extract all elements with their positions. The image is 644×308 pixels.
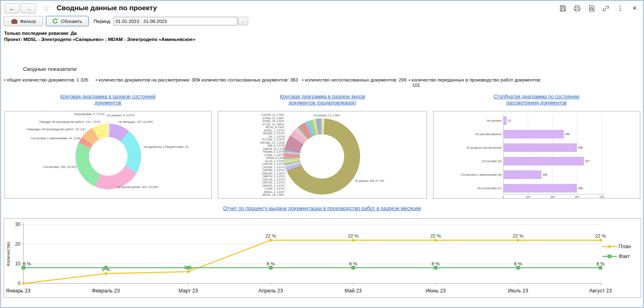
label-leader bbox=[75, 168, 78, 169]
pie-slice-label: TLMTIN, 10, 0,75% bbox=[261, 113, 284, 116]
back-button[interactable]: ← bbox=[5, 3, 20, 14]
print-preview-icon[interactable] bbox=[587, 4, 596, 12]
stat-not-approved: количество несогласованных документов: 2… bbox=[302, 77, 406, 83]
data-point bbox=[187, 270, 190, 274]
pie-slice-label: CNOSIN, 1, 0,07% bbox=[262, 166, 284, 169]
link-icon[interactable] bbox=[602, 4, 610, 12]
pie-slice-label: PLTCEN, 3, 0,22% bbox=[262, 138, 284, 141]
point-label: 8 % bbox=[349, 261, 357, 266]
pie-slice-label: SGPAL, 1, 0,07% bbox=[264, 129, 284, 132]
bar bbox=[504, 130, 564, 138]
pie-slice-label: CMFOIN, 1, 0,07% bbox=[262, 181, 284, 184]
legend-label: План bbox=[619, 244, 631, 249]
period-picker-button[interactable]: ... bbox=[238, 17, 248, 25]
period-label: Период: bbox=[94, 19, 112, 24]
toolbar: Фильтр Обновить Период: ... bbox=[4, 16, 248, 26]
data-point bbox=[434, 238, 438, 242]
x-tick-label: Февраль 23 bbox=[92, 288, 120, 294]
x-tick-label: 400 bbox=[599, 195, 604, 198]
stat-transferred-to-production: количество переданных в производство раб… bbox=[409, 77, 581, 88]
y-axis-title: Количество bbox=[6, 242, 11, 266]
favorite-star-icon[interactable]: ☆ bbox=[43, 4, 50, 12]
data-point bbox=[599, 238, 603, 242]
data-point bbox=[516, 266, 520, 270]
label-leader bbox=[285, 121, 292, 132]
data-point bbox=[187, 266, 190, 270]
back-arrow-icon: ← bbox=[9, 5, 15, 12]
titlebar-actions: ⋮ × bbox=[559, 4, 639, 12]
stat-approved: количество согласованных документов: 383 bbox=[199, 77, 298, 83]
legend-marker bbox=[608, 255, 612, 258]
point-label: 22 % bbox=[513, 233, 523, 238]
bar-value-label: 154 bbox=[542, 173, 547, 176]
pie-slice-label: SEASIN, 1, 0,07% bbox=[263, 132, 284, 135]
link-review-bar-chart[interactable]: Столбчатая диаграмма по состоянию рассмо… bbox=[489, 94, 584, 106]
pie-slice-label: Согласован, 339, 25,39% bbox=[43, 165, 77, 168]
forward-button[interactable]: → bbox=[21, 3, 36, 14]
period-input[interactable] bbox=[114, 17, 238, 25]
bar-category-label: В процессе рассмотрения bbox=[467, 146, 502, 149]
x-tick-label: Май 23 bbox=[345, 288, 362, 294]
filter-button[interactable]: Фильтр bbox=[4, 16, 43, 26]
bar-value-label: 298 bbox=[578, 187, 583, 190]
data-point bbox=[22, 266, 25, 270]
label-leader bbox=[285, 125, 286, 143]
save-icon[interactable] bbox=[559, 4, 567, 12]
link-types-pie-chart[interactable]: Круговая диаграмма в разрезе видов докум… bbox=[273, 94, 372, 106]
param-last-revisions: Только последние ревизии: Да bbox=[4, 30, 195, 36]
data-point bbox=[599, 266, 603, 270]
pie-slice-label: Не указано, 905, 67,79% bbox=[355, 179, 384, 183]
bar-category-label: Не рассматривался bbox=[475, 133, 502, 136]
briefcase-icon bbox=[11, 18, 18, 24]
pie-slice bbox=[75, 143, 100, 187]
point-label: 22 % bbox=[595, 233, 606, 238]
review-bar-svg: 0100200300400Не указано13Не рассматривал… bbox=[434, 111, 640, 198]
close-icon[interactable]: × bbox=[630, 4, 639, 12]
point-label: 22 % bbox=[430, 233, 441, 238]
data-point bbox=[269, 266, 273, 270]
y-tick-label: 0 bbox=[18, 281, 21, 286]
pie-slice-label: На рассмотрении, 309, 23,15% bbox=[117, 186, 158, 189]
pie-slice-label: ARCAL, 18, 1,35% bbox=[262, 193, 284, 196]
bar bbox=[504, 170, 541, 179]
bar-value-label: 298 bbox=[578, 146, 583, 149]
pie-slice-label: Не указано, 14, 1,05% bbox=[313, 114, 340, 117]
stat-total-documents: общее количество документов: 1 335 bbox=[4, 77, 88, 83]
bar-category-label: Не согласован (C) bbox=[477, 187, 502, 190]
data-point bbox=[269, 238, 273, 242]
refresh-button[interactable]: Обновить bbox=[46, 16, 89, 26]
summary-heading: Сводные показатели bbox=[23, 66, 77, 72]
types-pie-panel: TLMTIN, 10, 0,75%STRAL, 22, 1,65%STMAL, … bbox=[218, 111, 427, 199]
x-tick-label: 300 bbox=[575, 195, 580, 198]
bar bbox=[504, 143, 577, 152]
link-states-pie-chart[interactable]: Круговая диаграмма в разрезе состояний д… bbox=[50, 94, 165, 106]
monthly-line-svg: 0102030КоличествоЯнварь 23Февраль 23Март… bbox=[4, 219, 641, 297]
bar-category-label: Согласован с замечаниями (B) bbox=[461, 173, 502, 177]
x-tick-label: 200 bbox=[550, 195, 555, 198]
bar-value-label: 13 bbox=[508, 119, 511, 122]
pie-slice-label: CMNTIN, 3, 0,22% bbox=[262, 175, 284, 178]
bar-category-label: Не указано bbox=[487, 119, 502, 122]
pie-slice-label: CNSCIN, 1, 0,07% bbox=[263, 163, 284, 165]
x-tick-label: 100 bbox=[525, 195, 530, 198]
x-tick-label: Июнь 23 bbox=[425, 288, 445, 294]
more-icon[interactable]: ⋮ bbox=[616, 4, 624, 12]
data-point bbox=[104, 272, 108, 276]
label-leader bbox=[141, 150, 143, 151]
y-tick-label: 20 bbox=[15, 241, 21, 247]
print-icon[interactable] bbox=[573, 4, 581, 12]
report-parameters: Только последние ревизии: Да Проект: MDS… bbox=[4, 30, 195, 43]
y-tick-label: 10 bbox=[15, 261, 21, 267]
pie-slice-label: STCAL, 91, 6,82% bbox=[263, 123, 284, 126]
link-monthly-report[interactable]: Отчет по проценту выдачи документации в … bbox=[0, 206, 644, 211]
pie-slice-label: STRAL, 22, 1,65% bbox=[263, 117, 284, 120]
point-label: 8 % bbox=[267, 261, 275, 266]
pie-slice-label: SPLAL, 8, 0,6% bbox=[266, 126, 284, 129]
refresh-button-label: Обновить bbox=[61, 19, 82, 24]
legend-marker bbox=[608, 245, 612, 249]
x-tick-label: Апрель 23 bbox=[258, 288, 283, 294]
x-tick-label: Август 23 bbox=[589, 288, 612, 294]
point-label: 8 % bbox=[23, 261, 31, 266]
data-point bbox=[434, 266, 438, 270]
review-bar-panel: 0100200300400Не указано13Не рассматривал… bbox=[433, 111, 640, 199]
